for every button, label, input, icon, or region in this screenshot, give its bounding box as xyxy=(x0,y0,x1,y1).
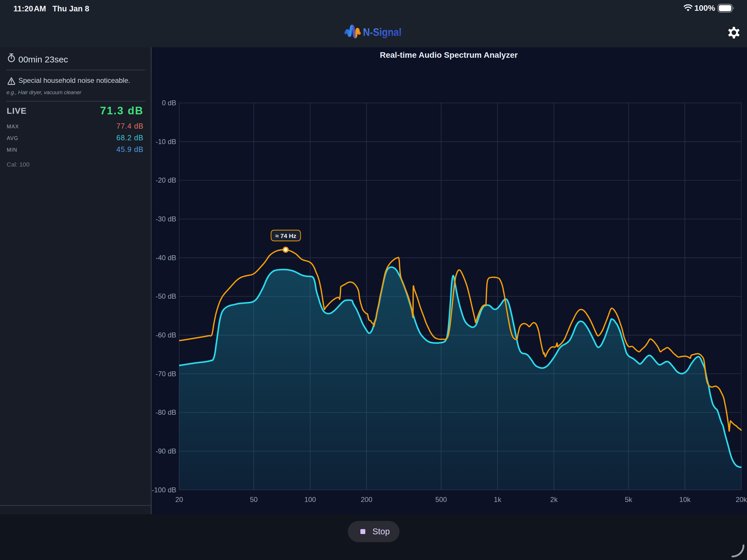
svg-text:0 dB: 0 dB xyxy=(162,99,176,107)
svg-text:-70 dB: -70 dB xyxy=(156,370,176,378)
svg-text:-100 dB: -100 dB xyxy=(152,486,176,494)
svg-text:10k: 10k xyxy=(679,496,691,503)
svg-text:20: 20 xyxy=(175,496,183,503)
svg-text:-90 dB: -90 dB xyxy=(156,447,176,455)
svg-text:100: 100 xyxy=(304,496,316,503)
svg-text:-20 dB: -20 dB xyxy=(156,176,176,184)
svg-text:1k: 1k xyxy=(494,496,501,503)
svg-text:-10 dB: -10 dB xyxy=(156,138,176,145)
svg-text:≈ 74 Hz: ≈ 74 Hz xyxy=(275,233,296,239)
svg-text:Real-time Audio Spectrum Analy: Real-time Audio Spectrum Analyzer xyxy=(380,50,518,59)
svg-text:20k: 20k xyxy=(736,496,747,503)
svg-text:-40 dB: -40 dB xyxy=(156,254,176,262)
svg-text:-50 dB: -50 dB xyxy=(156,292,176,300)
svg-text:2k: 2k xyxy=(550,496,558,503)
svg-text:50: 50 xyxy=(250,496,258,503)
svg-text:-30 dB: -30 dB xyxy=(156,215,176,223)
svg-text:-60 dB: -60 dB xyxy=(156,331,176,339)
svg-text:-80 dB: -80 dB xyxy=(156,408,176,416)
svg-text:5k: 5k xyxy=(625,496,632,503)
svg-text:200: 200 xyxy=(361,496,372,503)
svg-text:N-Signal: N-Signal xyxy=(363,26,402,38)
svg-text:500: 500 xyxy=(435,496,447,503)
